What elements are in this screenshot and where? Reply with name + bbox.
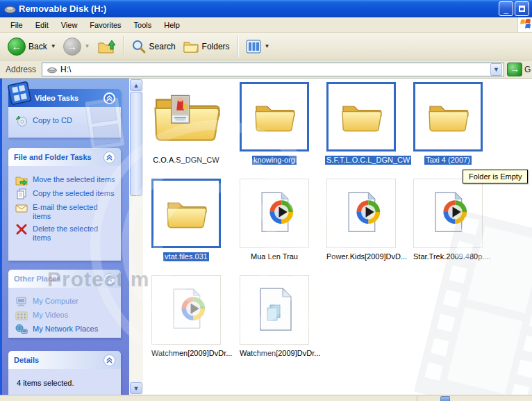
bottom-edge-strip bbox=[0, 395, 532, 401]
minimize-icon: _ bbox=[504, 6, 508, 13]
scroll-up-icon: ▲ bbox=[133, 82, 140, 89]
file-item-label[interactable]: Star.Trek.2009.480p.... bbox=[412, 252, 492, 261]
collapse-chevron-icon[interactable] bbox=[103, 273, 115, 285]
up-button[interactable] bbox=[94, 36, 119, 57]
back-dropdown-icon[interactable]: ▼ bbox=[51, 43, 56, 49]
search-icon bbox=[131, 39, 147, 54]
title-bar: Removable Disk (H:) _ bbox=[0, 0, 532, 17]
my-network-places-link[interactable]: My Network Places bbox=[15, 324, 117, 335]
scroll-down-button[interactable]: ▼ bbox=[130, 382, 142, 394]
my-videos-link[interactable]: My Videos bbox=[15, 310, 117, 321]
back-button[interactable]: ← Back ▼ bbox=[4, 35, 60, 58]
drive-icon bbox=[47, 65, 58, 74]
details-title: Details bbox=[14, 356, 39, 364]
back-label: Back bbox=[28, 42, 47, 51]
folder-icon bbox=[151, 179, 221, 248]
details-panel: Details 4 items selected. bbox=[8, 351, 121, 395]
removable-disk-icon bbox=[4, 3, 16, 14]
file-item[interactable]: S.F.T.L.O.C.L_DGN_CW bbox=[325, 82, 397, 165]
cd-burn-icon bbox=[15, 115, 28, 126]
file-item-label[interactable]: knowing-org bbox=[252, 156, 297, 165]
delete-selected-link[interactable]: Delete the selected items bbox=[15, 224, 117, 243]
forward-icon: → bbox=[63, 38, 81, 56]
file-item-label[interactable]: Watchmen[2009]DvDr... bbox=[238, 349, 322, 358]
folders-label: Folders bbox=[202, 42, 230, 51]
wmp-video-icon bbox=[413, 179, 483, 248]
file-folder-tasks-title: File and Folder Tasks bbox=[14, 153, 92, 161]
go-button[interactable]: → bbox=[507, 63, 522, 76]
file-item-label[interactable]: Watchmen[2009]DvDr... bbox=[150, 349, 233, 358]
search-label: Search bbox=[149, 42, 176, 51]
file-item-label[interactable]: Taxi 4 (2007) bbox=[424, 156, 472, 165]
menu-help[interactable]: Help bbox=[158, 19, 186, 31]
file-item[interactable]: Taxi 4 (2007) bbox=[412, 82, 484, 165]
file-item[interactable]: Watchmen[2009]DvDr... bbox=[238, 275, 310, 358]
file-item[interactable]: knowing-org bbox=[238, 82, 310, 165]
selection-summary: 4 items selected. bbox=[15, 375, 117, 391]
my-videos-label: My Videos bbox=[33, 310, 68, 320]
go-arrow-icon: → bbox=[510, 64, 519, 74]
file-item-label[interactable]: C.O.A.S_DGN_CW bbox=[151, 156, 220, 165]
my-network-places-label: My Network Places bbox=[33, 324, 98, 334]
file-item[interactable]: C.O.A.S_DGN_CW bbox=[150, 82, 222, 165]
delete-x-icon bbox=[15, 224, 28, 235]
views-button[interactable]: ▼ bbox=[242, 38, 274, 56]
minimize-button[interactable]: _ bbox=[499, 1, 513, 16]
menu-favorites[interactable]: Favorites bbox=[83, 19, 127, 31]
toolbar-separator bbox=[123, 36, 124, 57]
copy-to-cd-link[interactable]: Copy to CD bbox=[15, 115, 117, 126]
address-value: H:\ bbox=[60, 65, 71, 74]
menu-view[interactable]: View bbox=[55, 19, 84, 31]
wmp-video-icon bbox=[240, 179, 309, 248]
file-item-label[interactable]: Power.Kids[2009]DvD... bbox=[325, 252, 408, 261]
menu-file[interactable]: File bbox=[4, 19, 29, 31]
my-computer-link[interactable]: My Computer bbox=[15, 296, 117, 307]
file-item[interactable]: Mua Len Trau bbox=[238, 179, 310, 261]
folder-icon bbox=[413, 82, 483, 152]
address-input[interactable]: H:\ ▼ bbox=[42, 63, 504, 76]
file-item-label[interactable]: Mua Len Trau bbox=[249, 252, 299, 261]
file-item[interactable]: Watchmen[2009]DvDr... bbox=[150, 275, 222, 358]
views-dropdown-icon[interactable]: ▼ bbox=[265, 43, 270, 49]
video-tasks-icon bbox=[7, 81, 32, 105]
maximize-button[interactable] bbox=[515, 1, 529, 16]
folders-button[interactable]: Folders bbox=[179, 37, 233, 56]
copy-to-cd-label: Copy to CD bbox=[33, 115, 72, 125]
up-folder-icon bbox=[97, 38, 115, 55]
back-icon: ← bbox=[8, 38, 26, 56]
menu-edit[interactable]: Edit bbox=[29, 19, 55, 31]
collapse-chevron-icon[interactable] bbox=[103, 92, 115, 104]
file-item-label[interactable]: S.F.T.L.O.C.L_DGN_CW bbox=[325, 156, 411, 165]
other-places-panel: Other Places My Computer bbox=[8, 270, 121, 338]
file-item[interactable]: Power.Kids[2009]DvD... bbox=[325, 179, 397, 261]
my-videos-icon bbox=[15, 310, 28, 321]
scroll-down-icon: ▼ bbox=[133, 385, 140, 392]
email-selected-link[interactable]: E-mail the selected items bbox=[15, 202, 117, 221]
network-places-icon bbox=[15, 324, 28, 335]
folder-thumbnail-icon bbox=[151, 82, 221, 152]
navigation-toolbar: ← Back ▼ → ▼ Search Fol bbox=[0, 33, 532, 60]
file-item[interactable]: vtat.files.031 bbox=[150, 179, 222, 261]
address-dropdown-icon[interactable]: ▼ bbox=[490, 63, 502, 76]
toolbar-separator bbox=[238, 36, 238, 57]
menu-tools[interactable]: Tools bbox=[128, 19, 158, 31]
folder-icon bbox=[240, 82, 309, 152]
move-selected-link[interactable]: Move the selected items bbox=[15, 174, 117, 186]
views-icon bbox=[246, 40, 261, 54]
folder-empty-tooltip: Folder is Empty bbox=[463, 170, 528, 183]
my-computer-label: My Computer bbox=[33, 296, 78, 306]
address-bar: Address H:\ ▼ → Go bbox=[0, 60, 532, 79]
video-tasks-panel: Video Tasks Copy to CD bbox=[8, 89, 121, 138]
copy-selected-link[interactable]: Copy the selected items bbox=[15, 188, 117, 199]
search-button[interactable]: Search bbox=[128, 37, 179, 56]
forward-button[interactable]: → ▼ bbox=[60, 35, 94, 58]
file-item-label[interactable]: vtat.files.031 bbox=[163, 252, 209, 261]
collapse-chevron-icon[interactable] bbox=[103, 354, 115, 366]
scroll-thumb[interactable] bbox=[130, 92, 142, 196]
vertical-scrollbar[interactable]: ▲ ▼ bbox=[129, 79, 143, 395]
file-item[interactable]: Star.Trek.2009.480p.... bbox=[412, 179, 484, 261]
scroll-up-button[interactable]: ▲ bbox=[130, 79, 142, 91]
collapse-chevron-icon[interactable] bbox=[103, 152, 115, 163]
move-selected-label: Move the selected items bbox=[33, 174, 115, 184]
menu-bar: File Edit View Favorites Tools Help bbox=[0, 17, 532, 33]
